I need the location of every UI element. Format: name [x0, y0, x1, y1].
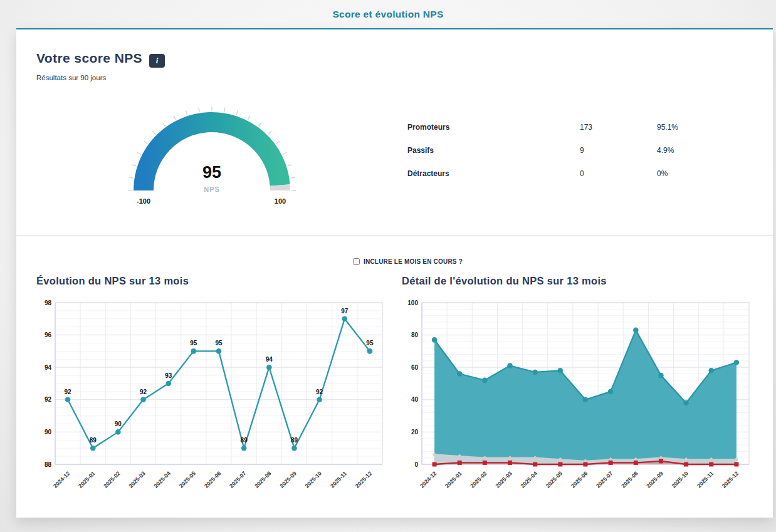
svg-text:2025-11: 2025-11: [329, 470, 348, 489]
svg-text:2025-03: 2025-03: [495, 470, 513, 489]
svg-text:2025-09: 2025-09: [278, 470, 297, 489]
section-divider: [16, 235, 773, 236]
svg-text:2025-06: 2025-06: [570, 470, 589, 489]
svg-text:94: 94: [266, 356, 273, 363]
svg-text:60: 60: [411, 364, 419, 371]
include-current-month-label[interactable]: INCLURE LE MOIS EN COURS ?: [364, 258, 463, 265]
score-card-title: Votre score NPS: [36, 51, 142, 66]
svg-text:NPS: NPS: [204, 185, 220, 193]
stat-count: 9: [580, 146, 584, 155]
svg-text:97: 97: [341, 308, 349, 315]
svg-text:2025-09: 2025-09: [645, 470, 664, 489]
nps-dashboard-page: { "header": { "title": "Score et évoluti…: [0, 0, 776, 532]
svg-text:89: 89: [90, 437, 97, 444]
svg-text:2025-02: 2025-02: [469, 470, 488, 489]
svg-text:88: 88: [45, 461, 52, 468]
svg-text:2025-04: 2025-04: [520, 470, 538, 489]
stat-row-detracteurs: Détracteurs 0 0%: [407, 169, 708, 179]
svg-text:20: 20: [411, 429, 419, 436]
svg-text:93: 93: [165, 372, 172, 379]
stat-label: Passifs: [407, 146, 434, 155]
svg-text:95: 95: [190, 340, 197, 347]
svg-text:90: 90: [115, 420, 122, 427]
svg-text:100: 100: [275, 197, 286, 205]
nps-gauge: 95NPS-100100: [124, 103, 300, 209]
svg-text:2025-07: 2025-07: [595, 470, 614, 489]
svg-text:40: 40: [411, 396, 419, 403]
svg-text:95: 95: [202, 163, 221, 182]
stat-count: 0: [580, 169, 584, 178]
svg-text:92: 92: [65, 389, 72, 395]
svg-text:89: 89: [291, 437, 298, 444]
svg-text:2025-01: 2025-01: [77, 470, 96, 489]
svg-text:2025-10: 2025-10: [304, 470, 323, 489]
stat-percentage: 0%: [657, 169, 668, 178]
stat-percentage: 4.9%: [657, 146, 674, 155]
svg-text:95: 95: [366, 340, 374, 347]
stat-percentage: 95.1%: [657, 123, 678, 132]
svg-text:2025-05: 2025-05: [178, 470, 197, 489]
svg-text:0: 0: [414, 461, 418, 468]
svg-text:80: 80: [411, 331, 419, 338]
svg-text:2025-11: 2025-11: [696, 470, 715, 489]
stat-count: 173: [580, 123, 592, 132]
include-current-month-control: INCLURE LE MOIS EN COURS ?: [353, 258, 463, 265]
stat-label: Promoteurs: [407, 123, 449, 132]
svg-text:2025-03: 2025-03: [128, 470, 147, 489]
svg-text:2025-10: 2025-10: [671, 470, 689, 489]
svg-text:94: 94: [45, 364, 52, 371]
svg-text:98: 98: [45, 300, 52, 306]
score-card-subtitle: Résultats sur 90 jours: [36, 74, 106, 81]
stat-row-passifs: Passifs 9 4.9%: [407, 146, 708, 156]
svg-text:2025-08: 2025-08: [253, 470, 272, 489]
svg-text:2025-05: 2025-05: [545, 470, 564, 489]
svg-text:2025-12: 2025-12: [354, 470, 373, 489]
svg-text:89: 89: [241, 437, 248, 444]
svg-text:92: 92: [140, 389, 147, 395]
svg-text:2025-12: 2025-12: [721, 470, 740, 489]
svg-text:2025-08: 2025-08: [620, 470, 639, 489]
svg-text:2025-01: 2025-01: [444, 470, 463, 489]
svg-text:90: 90: [45, 429, 52, 436]
nps-card: Votre score NPS i Résultats sur 90 jours…: [16, 28, 773, 518]
svg-text:2024-12: 2024-12: [52, 470, 71, 489]
nps-detail-chart[interactable]: 0204060801002024-122025-012025-022025-03…: [401, 298, 752, 498]
svg-text:2025-02: 2025-02: [102, 470, 121, 489]
nps-evolution-chart[interactable]: 8890929496989289909293959589948992979520…: [34, 298, 385, 498]
info-icon[interactable]: i: [149, 54, 165, 68]
evolution-chart-title: Évolution du NPS sur 13 mois: [36, 275, 189, 287]
svg-text:-100: -100: [137, 197, 150, 205]
svg-text:92: 92: [45, 396, 52, 403]
svg-text:2025-07: 2025-07: [228, 470, 247, 489]
stat-row-promoteurs: Promoteurs 173 95.1%: [407, 123, 708, 133]
detail-chart-title: Détail de l'évolution du NPS sur 13 mois: [402, 275, 607, 287]
svg-text:2025-06: 2025-06: [203, 470, 222, 489]
page-title: Score et évolution NPS: [0, 9, 776, 20]
stat-label: Détracteurs: [407, 169, 449, 178]
svg-text:95: 95: [215, 340, 223, 347]
svg-text:2024-12: 2024-12: [419, 470, 438, 489]
svg-text:2025-04: 2025-04: [153, 470, 172, 489]
svg-text:96: 96: [45, 331, 52, 338]
svg-text:100: 100: [407, 300, 418, 306]
svg-text:92: 92: [316, 389, 323, 395]
include-current-month-checkbox[interactable]: [353, 258, 360, 265]
